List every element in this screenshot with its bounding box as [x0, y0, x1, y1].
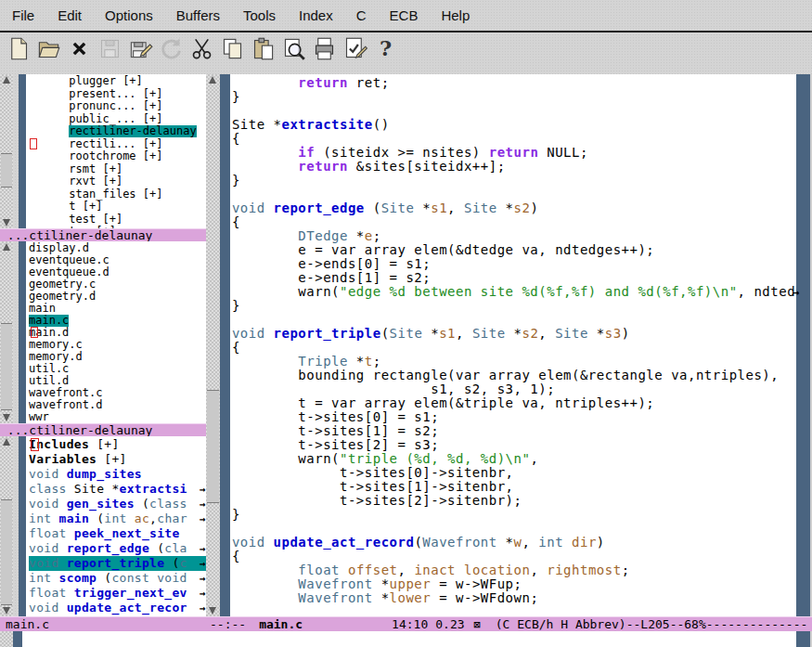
scrollbar-thumb[interactable]	[207, 390, 219, 503]
directory-tree-item[interactable]: rectiliner-delaunay	[29, 125, 206, 138]
text-segment: = w->WFdown;	[431, 591, 538, 605]
text-segment: memory.d	[29, 351, 83, 363]
menu-item-ecb[interactable]: ECB	[390, 7, 419, 23]
directory-tree-item[interactable]: public_... [+]	[29, 113, 206, 126]
text-segment: "triple (%d, %d, %d)\n"	[340, 452, 530, 466]
method-item[interactable]: void report_triple (c→	[29, 556, 206, 571]
method-item[interactable]: Includes [+]	[29, 437, 206, 452]
directories-tree[interactable]: plugger [+] present... [+] pronunc... [+…	[26, 74, 206, 228]
scroll-down-icon[interactable]	[209, 607, 216, 615]
method-item[interactable]: Variables [+]	[29, 452, 206, 467]
directory-tree-item[interactable]: pronunc... [+]	[29, 100, 206, 113]
directory-tree-item[interactable]: present... [+]	[29, 88, 206, 101]
source-file-item[interactable]: wwr	[29, 411, 206, 423]
methods-list[interactable]: Includes [+]Variables [+]void dump_sites…	[26, 436, 206, 616]
source-file-item[interactable]: util.c	[29, 363, 206, 375]
method-item[interactable]: void dump_sites	[29, 467, 206, 482]
menu-item-tools[interactable]: Tools	[243, 7, 276, 23]
scroll-up-icon[interactable]	[3, 243, 10, 251]
source-file-item[interactable]: main.d	[29, 327, 206, 339]
text-segment: DTedge	[298, 229, 348, 243]
text-segment: *	[348, 229, 365, 243]
code-line	[232, 188, 796, 201]
directory-tree-item[interactable]: plugger [+]	[29, 75, 206, 88]
directory-tree-item[interactable]: t [+]	[29, 201, 206, 214]
editor-scrollbar[interactable]	[206, 74, 220, 616]
source-file-item[interactable]: memory.d	[29, 351, 206, 363]
method-item[interactable]: class Site *extractsi→	[29, 482, 206, 497]
delete-button[interactable]	[67, 36, 92, 61]
truncation-arrow-icon: →	[200, 557, 206, 571]
save-as-button[interactable]	[128, 36, 153, 61]
method-item[interactable]: float peek_next_site	[29, 526, 206, 541]
text-segment: dir	[572, 536, 597, 550]
source-file-item[interactable]: geometry.d	[29, 291, 206, 303]
copy-button[interactable]	[220, 36, 245, 61]
source-file-item[interactable]: memory.c	[29, 339, 206, 351]
directories-scrollbar[interactable]	[0, 74, 13, 228]
menu-item-index[interactable]: Index	[299, 7, 333, 23]
method-item[interactable]: int scomp (const void→	[29, 571, 206, 586]
paste-button[interactable]	[251, 36, 276, 61]
source-file-item[interactable]: wavefront.d	[29, 399, 206, 411]
methods-scrollbar[interactable]	[0, 436, 13, 616]
scroll-up-icon[interactable]	[209, 76, 216, 84]
text-segment: float	[298, 563, 340, 577]
method-item[interactable]: int main (int ac,char→	[29, 511, 206, 526]
open-folder-button[interactable]	[36, 36, 61, 61]
directory-tree-item[interactable]: rxvt [+]	[29, 175, 206, 188]
spell-check-button[interactable]	[342, 36, 367, 61]
menu-item-options[interactable]: Options	[105, 7, 153, 23]
find-button[interactable]	[281, 36, 306, 61]
source-file-item[interactable]: eventqueue.d	[29, 266, 206, 278]
scroll-down-icon[interactable]	[3, 219, 10, 226]
sources-list[interactable]: display.deventqueue.ceventqueue.dgeometr…	[26, 241, 206, 423]
menu-item-file[interactable]: File	[12, 7, 34, 23]
source-file-item[interactable]: display.d	[29, 242, 206, 254]
menu-item-c[interactable]: C	[356, 7, 367, 23]
directory-tree-item[interactable]: rsmt [+]	[29, 163, 206, 176]
scroll-up-icon[interactable]	[3, 76, 10, 84]
text-segment: (	[135, 497, 149, 511]
minibuffer[interactable]	[22, 631, 796, 647]
menu-item-help[interactable]: Help	[441, 7, 470, 23]
scrollbar-thumb[interactable]	[1, 153, 12, 188]
text-segment: void	[29, 556, 59, 570]
text-segment: stan_files [+]	[29, 188, 163, 201]
method-item[interactable]: void gen_sites (class→	[29, 497, 206, 511]
sources-scrollbar[interactable]	[0, 241, 13, 423]
menu-item-buffers[interactable]: Buffers	[176, 7, 220, 23]
text-segment: ,	[522, 536, 538, 550]
minibuffer-left-fringe	[13, 631, 22, 647]
text-segment	[67, 526, 74, 540]
print-button[interactable]	[312, 36, 337, 61]
source-file-item[interactable]: main.c	[29, 315, 206, 327]
directory-tree-item[interactable]: tex [+]	[29, 226, 206, 228]
directory-tree-item[interactable]: stan_files [+]	[29, 188, 206, 201]
source-file-item[interactable]: geometry.c	[29, 278, 206, 291]
source-file-item[interactable]: wavefront.c	[29, 387, 206, 399]
method-item[interactable]: void update_act_recor→	[29, 601, 206, 615]
source-file-item[interactable]: util.d	[29, 375, 206, 387]
scrollbar-thumb[interactable]	[1, 499, 12, 605]
source-file-item[interactable]: main	[29, 303, 206, 315]
method-item[interactable]: float trigger_next_ev→	[29, 586, 206, 601]
help-button[interactable]: ?	[373, 36, 398, 61]
directory-tree-item[interactable]: rectili... [+]	[29, 138, 206, 151]
scroll-up-icon[interactable]	[3, 438, 10, 446]
text-segment: ;	[373, 355, 381, 369]
scroll-down-icon[interactable]	[3, 414, 10, 421]
cut-button[interactable]	[189, 36, 214, 61]
text-segment: float	[29, 526, 67, 540]
directory-tree-item[interactable]: test [+]	[29, 214, 206, 226]
method-item[interactable]: void report_edge (cla→	[29, 541, 206, 556]
code-buffer[interactable]: return ret;} Site *extractsite(){ if (si…	[230, 74, 796, 616]
text-segment: }	[232, 90, 240, 104]
text-segment: trigger_next_ev	[74, 586, 187, 600]
new-file-button[interactable]	[6, 36, 31, 61]
directory-tree-item[interactable]: rootchrome [+]	[29, 150, 206, 163]
scrollbar-thumb[interactable]	[1, 323, 12, 410]
menu-item-edit[interactable]: Edit	[58, 7, 82, 23]
source-file-item[interactable]: eventqueue.c	[29, 254, 206, 266]
scroll-down-icon[interactable]	[3, 607, 10, 615]
